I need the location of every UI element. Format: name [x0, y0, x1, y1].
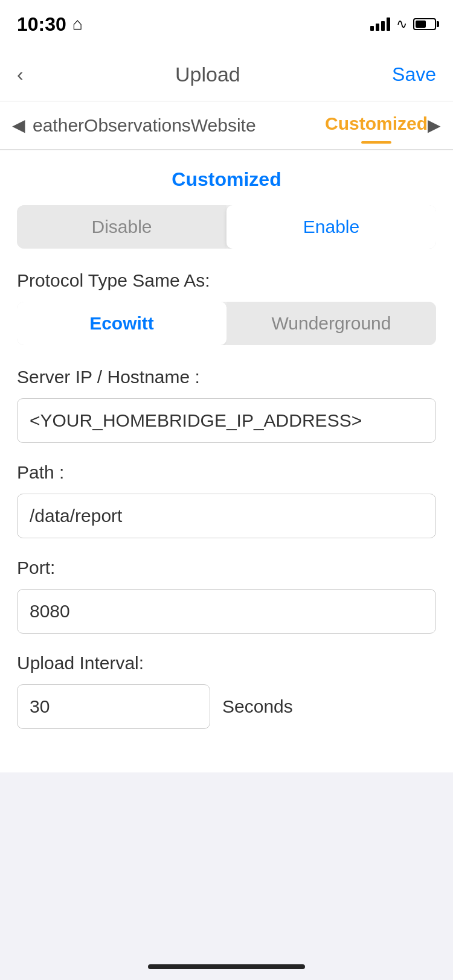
status-icons: ∿: [370, 16, 436, 32]
nav-title: Upload: [175, 63, 240, 86]
path-label: Path :: [17, 462, 436, 483]
ecowitt-option[interactable]: Ecowitt: [17, 302, 226, 345]
home-indicator: [148, 964, 305, 969]
server-ip-input[interactable]: [17, 398, 436, 443]
time-display: 10:30: [17, 13, 66, 36]
wifi-icon: ∿: [396, 16, 407, 32]
wunderground-option[interactable]: Wunderground: [226, 302, 436, 345]
server-ip-label: Server IP / Hostname :: [17, 367, 436, 387]
server-ip-group: Server IP / Hostname :: [17, 367, 436, 443]
tab-inactive-label[interactable]: eatherObservationsWebsite: [25, 115, 325, 136]
tab-left-arrow[interactable]: ◀: [12, 115, 25, 135]
battery-icon: [413, 18, 436, 30]
path-group: Path :: [17, 462, 436, 538]
enable-disable-toggle[interactable]: Disable Enable: [17, 205, 436, 249]
nav-bar: ‹ Upload Save: [0, 48, 453, 101]
protocol-group: Protocol Type Same As: Ecowitt Wundergro…: [17, 270, 436, 345]
protocol-label: Protocol Type Same As:: [17, 270, 436, 291]
port-group: Port:: [17, 558, 436, 634]
tab-right-arrow[interactable]: ▶: [428, 115, 441, 135]
tab-bar: ◀ eatherObservationsWebsite Customized ▶: [0, 101, 453, 150]
disable-option[interactable]: Disable: [17, 205, 226, 249]
port-label: Port:: [17, 558, 436, 578]
signal-icon: [370, 18, 390, 31]
interval-row: Seconds: [17, 684, 436, 729]
enable-option[interactable]: Enable: [226, 205, 436, 249]
status-time-group: 10:30 ⌂: [17, 13, 83, 36]
upload-interval-label: Upload Interval:: [17, 653, 436, 673]
protocol-toggle[interactable]: Ecowitt Wunderground: [17, 302, 436, 345]
path-input[interactable]: [17, 494, 436, 538]
upload-interval-group: Upload Interval: Seconds: [17, 653, 436, 729]
interval-unit-label: Seconds: [222, 696, 293, 717]
status-bar: 10:30 ⌂ ∿: [0, 0, 453, 48]
port-input[interactable]: [17, 589, 436, 634]
main-content: Customized Disable Enable Protocol Type …: [0, 150, 453, 772]
tab-active-label[interactable]: Customized: [325, 113, 428, 138]
home-status-icon: ⌂: [72, 14, 83, 34]
upload-interval-input[interactable]: [17, 684, 210, 729]
customized-section-title: Customized: [17, 168, 436, 191]
save-button[interactable]: Save: [392, 63, 436, 86]
back-button[interactable]: ‹: [17, 63, 24, 86]
